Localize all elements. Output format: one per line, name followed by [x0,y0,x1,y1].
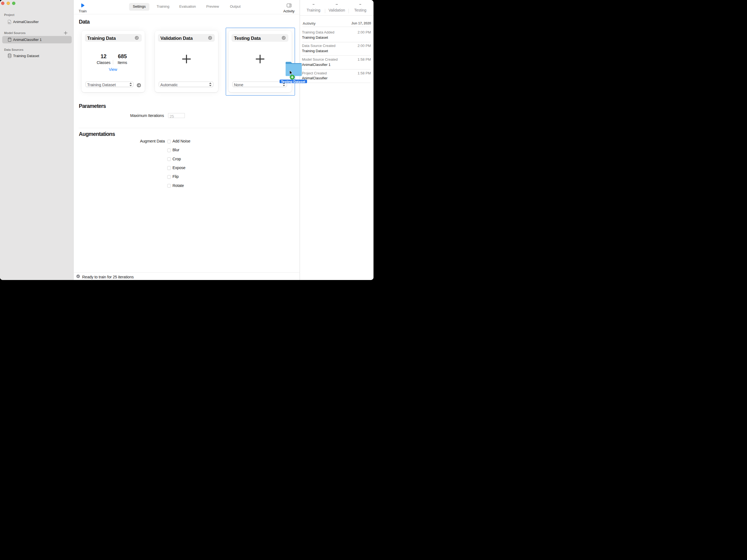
svg-text:ML: ML [8,22,11,24]
